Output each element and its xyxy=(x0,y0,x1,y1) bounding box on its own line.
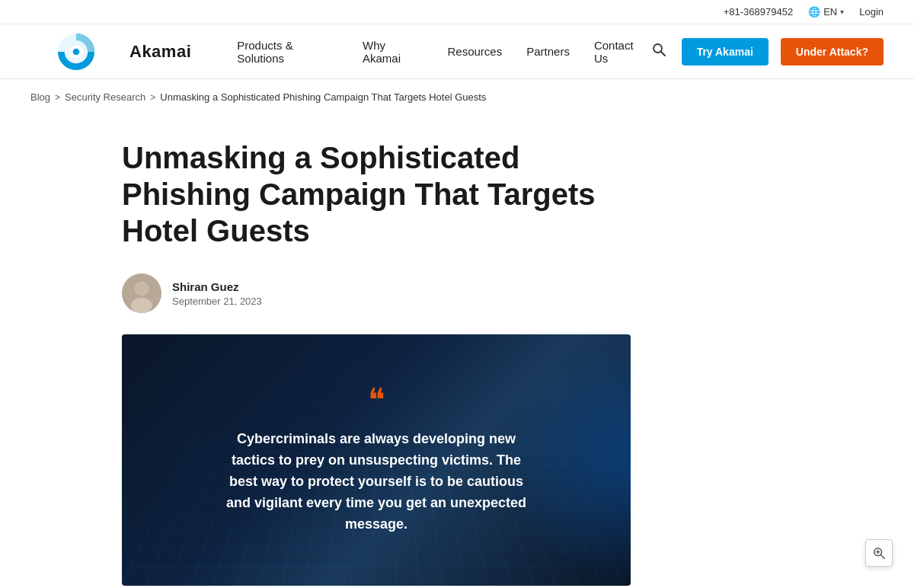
article-container: Unmasking a Sophisticated Phishing Campa… xyxy=(91,109,823,586)
language-label: EN xyxy=(823,6,837,18)
nav-resources[interactable]: Resources xyxy=(447,45,502,58)
article-hero-image: ❝ Cybercriminals are always developing n… xyxy=(122,334,631,586)
nav-actions: Try Akamai Under Attack? xyxy=(648,38,884,66)
author-avatar-image xyxy=(122,273,161,313)
akamai-logo-icon xyxy=(30,34,122,70)
svg-line-4 xyxy=(661,52,665,56)
quote-mark-icon: ❝ xyxy=(368,385,385,417)
top-bar: +81-368979452 🌐 EN ▾ Login xyxy=(0,0,914,24)
svg-point-8 xyxy=(136,283,148,295)
chevron-down-icon: ▾ xyxy=(840,8,844,16)
under-attack-button[interactable]: Under Attack? xyxy=(781,38,884,66)
author-row: Shiran Guez September 21, 2023 xyxy=(122,273,792,313)
language-selector[interactable]: 🌐 EN ▾ xyxy=(808,6,844,18)
author-info: Shiran Guez September 21, 2023 xyxy=(172,280,262,307)
nav-contact-us[interactable]: Contact Us xyxy=(594,39,648,65)
svg-point-3 xyxy=(654,44,662,53)
login-link[interactable]: Login xyxy=(859,6,884,18)
breadcrumb-blog[interactable]: Blog xyxy=(30,91,50,103)
nav-why-akamai[interactable]: Why Akamai xyxy=(363,39,423,65)
akamai-logo-link[interactable]: Akamai xyxy=(30,34,191,70)
hero-quote-text: Cybercriminals are always developing new… xyxy=(201,429,551,535)
article-title: Unmasking a Sophisticated Phishing Campa… xyxy=(122,139,640,249)
svg-line-10 xyxy=(881,555,885,559)
search-button[interactable] xyxy=(648,39,670,64)
breadcrumb-separator-2: > xyxy=(150,92,155,103)
zoom-in-icon xyxy=(872,546,886,560)
author-date: September 21, 2023 xyxy=(172,296,262,307)
author-avatar xyxy=(122,273,161,313)
globe-icon: 🌐 xyxy=(808,6,820,18)
main-navigation: Akamai Products & Solutions Why Akamai R… xyxy=(0,24,914,79)
breadcrumb: Blog > Security Research > Unmasking a S… xyxy=(0,79,914,109)
breadcrumb-current: Unmasking a Sophisticated Phishing Campa… xyxy=(160,91,486,103)
phone-link[interactable]: +81-368979452 xyxy=(724,6,793,18)
nav-products-solutions[interactable]: Products & Solutions xyxy=(237,39,338,65)
breadcrumb-separator-1: > xyxy=(55,92,60,103)
nav-partners[interactable]: Partners xyxy=(526,45,570,58)
logo[interactable]: Akamai xyxy=(30,34,191,70)
search-icon xyxy=(651,45,666,60)
svg-point-7 xyxy=(131,298,152,313)
akamai-brand-name: Akamai xyxy=(129,42,191,62)
nav-links: Products & Solutions Why Akamai Resource… xyxy=(237,39,647,65)
breadcrumb-security-research[interactable]: Security Research xyxy=(65,91,145,103)
svg-point-2 xyxy=(73,48,80,55)
author-name: Shiran Guez xyxy=(172,280,262,293)
try-akamai-button[interactable]: Try Akamai xyxy=(682,38,769,66)
zoom-button[interactable] xyxy=(865,539,893,567)
